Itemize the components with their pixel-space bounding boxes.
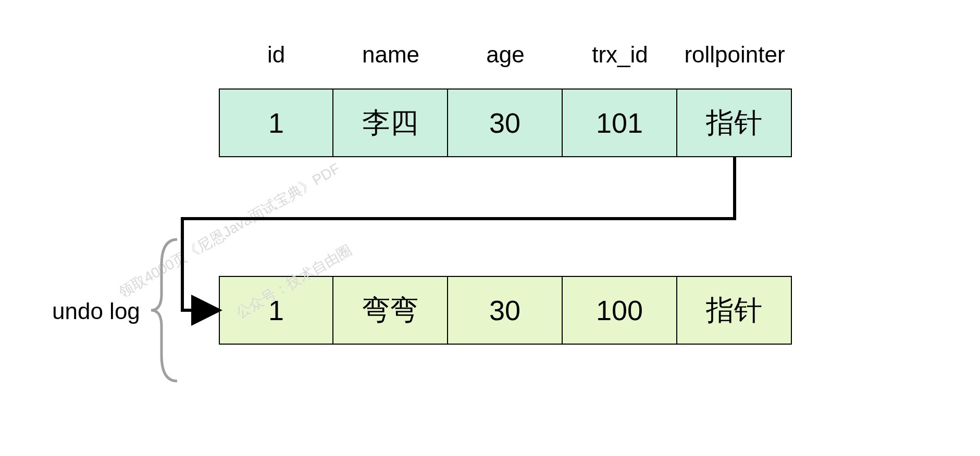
undo-log-brace [0,0,980,456]
diagram-canvas: id name age trx_id rollpointer 1 李四 30 1… [0,0,980,456]
